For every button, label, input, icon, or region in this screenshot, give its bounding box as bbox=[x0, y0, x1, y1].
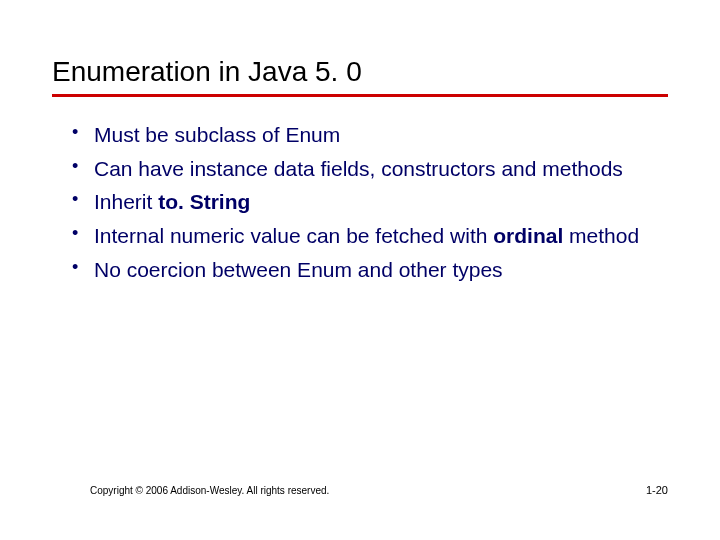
bullet-text: Must be subclass of Enum bbox=[94, 123, 340, 146]
bullet-item: Inherit to. String bbox=[72, 188, 664, 216]
slide-footer: Copyright © 2006 Addison-Wesley. All rig… bbox=[0, 484, 720, 496]
bullet-text: Can have instance data fields, construct… bbox=[94, 157, 623, 180]
bullet-bold: ordinal bbox=[493, 224, 563, 247]
slide-content: Must be subclass of Enum Can have instan… bbox=[0, 97, 720, 284]
copyright-text: Copyright © 2006 Addison-Wesley. All rig… bbox=[90, 485, 329, 496]
bullet-item: No coercion between Enum and other types bbox=[72, 256, 664, 284]
bullet-item: Internal numeric value can be fetched wi… bbox=[72, 222, 664, 250]
bullet-text: method bbox=[563, 224, 639, 247]
bullet-bold: to. String bbox=[158, 190, 250, 213]
bullet-text: Inherit bbox=[94, 190, 158, 213]
slide-title: Enumeration in Java 5. 0 bbox=[0, 0, 720, 94]
bullet-list: Must be subclass of Enum Can have instan… bbox=[72, 121, 664, 284]
slide: Enumeration in Java 5. 0 Must be subclas… bbox=[0, 0, 720, 540]
bullet-item: Must be subclass of Enum bbox=[72, 121, 664, 149]
page-number: 1-20 bbox=[646, 484, 668, 496]
bullet-text: Internal numeric value can be fetched wi… bbox=[94, 224, 493, 247]
bullet-item: Can have instance data fields, construct… bbox=[72, 155, 664, 183]
bullet-text: No coercion between Enum and other types bbox=[94, 258, 503, 281]
